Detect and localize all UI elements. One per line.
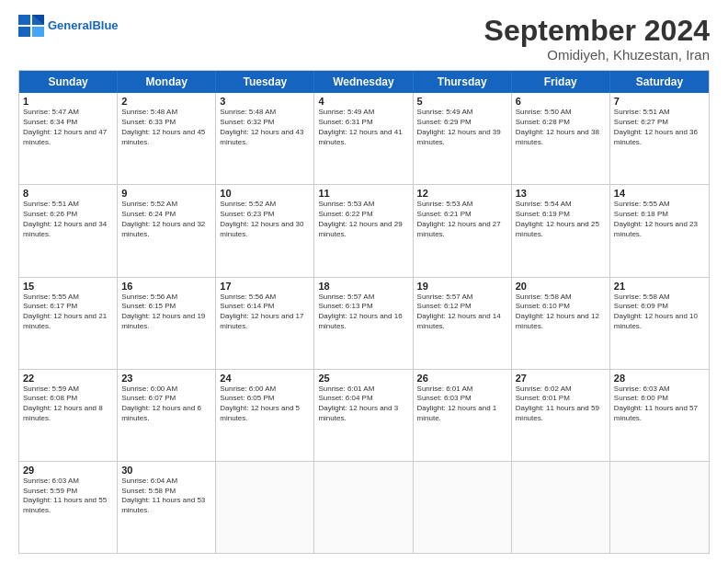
cell-info: Sunrise: 6:03 AMSunset: 6:00 PMDaylight:… bbox=[614, 385, 705, 424]
calendar-week-4: 22Sunrise: 5:59 AMSunset: 6:08 PMDayligh… bbox=[19, 370, 709, 462]
day-number: 13 bbox=[516, 188, 606, 199]
title-block: September 2024 Omidiyeh, Khuzestan, Iran bbox=[484, 15, 710, 63]
cell-info: Sunrise: 5:52 AMSunset: 6:23 PMDaylight:… bbox=[220, 200, 310, 239]
cell-info: Sunrise: 5:47 AMSunset: 6:34 PMDaylight:… bbox=[23, 108, 113, 147]
header: GeneralBlue September 2024 Omidiyeh, Khu… bbox=[18, 15, 710, 63]
cell-info: Sunrise: 5:49 AMSunset: 6:29 PMDaylight:… bbox=[417, 108, 507, 147]
cell-info: Sunrise: 6:02 AMSunset: 6:01 PMDaylight:… bbox=[516, 385, 606, 424]
calendar: Sunday Monday Tuesday Wednesday Thursday… bbox=[18, 70, 710, 554]
day-cell-26: 26Sunrise: 6:01 AMSunset: 6:03 PMDayligh… bbox=[414, 370, 512, 461]
cell-info: Sunrise: 5:53 AMSunset: 6:21 PMDaylight:… bbox=[417, 200, 507, 239]
cell-info: Sunrise: 5:57 AMSunset: 6:12 PMDaylight:… bbox=[417, 293, 507, 332]
day-cell-13: 13Sunrise: 5:54 AMSunset: 6:19 PMDayligh… bbox=[512, 185, 610, 276]
location-subtitle: Omidiyeh, Khuzestan, Iran bbox=[484, 47, 710, 63]
empty-cell bbox=[216, 462, 314, 553]
day-number: 25 bbox=[318, 373, 408, 384]
day-number: 14 bbox=[614, 188, 705, 199]
cell-info: Sunrise: 5:55 AMSunset: 6:18 PMDaylight:… bbox=[614, 200, 705, 239]
page: GeneralBlue September 2024 Omidiyeh, Khu… bbox=[0, 0, 728, 563]
month-title: September 2024 bbox=[484, 15, 710, 47]
empty-cell bbox=[610, 462, 709, 553]
day-cell-5: 5Sunrise: 5:49 AMSunset: 6:29 PMDaylight… bbox=[414, 93, 512, 184]
day-cell-30: 30Sunrise: 6:04 AMSunset: 5:58 PMDayligh… bbox=[118, 462, 216, 553]
day-number: 18 bbox=[318, 281, 408, 292]
day-cell-18: 18Sunrise: 5:57 AMSunset: 6:13 PMDayligh… bbox=[314, 278, 413, 369]
day-cell-8: 8Sunrise: 5:51 AMSunset: 6:26 PMDaylight… bbox=[19, 185, 118, 276]
header-saturday: Saturday bbox=[610, 71, 709, 93]
day-cell-27: 27Sunrise: 6:02 AMSunset: 6:01 PMDayligh… bbox=[512, 370, 610, 461]
calendar-week-5: 29Sunrise: 6:03 AMSunset: 5:59 PMDayligh… bbox=[19, 462, 709, 553]
day-number: 17 bbox=[220, 281, 310, 292]
day-number: 28 bbox=[614, 373, 705, 384]
day-number: 1 bbox=[23, 96, 113, 107]
day-cell-17: 17Sunrise: 5:56 AMSunset: 6:14 PMDayligh… bbox=[216, 278, 314, 369]
day-number: 4 bbox=[318, 96, 408, 107]
cell-info: Sunrise: 5:57 AMSunset: 6:13 PMDaylight:… bbox=[318, 293, 408, 332]
empty-cell bbox=[314, 462, 413, 553]
svg-rect-3 bbox=[32, 27, 44, 37]
cell-info: Sunrise: 5:51 AMSunset: 6:26 PMDaylight:… bbox=[23, 200, 113, 239]
cell-info: Sunrise: 5:56 AMSunset: 6:15 PMDaylight:… bbox=[121, 293, 211, 332]
cell-info: Sunrise: 5:48 AMSunset: 6:33 PMDaylight:… bbox=[121, 108, 211, 147]
cell-info: Sunrise: 5:48 AMSunset: 6:32 PMDaylight:… bbox=[220, 108, 310, 147]
day-cell-6: 6Sunrise: 5:50 AMSunset: 6:28 PMDaylight… bbox=[512, 93, 610, 184]
calendar-week-3: 15Sunrise: 5:55 AMSunset: 6:17 PMDayligh… bbox=[19, 278, 709, 370]
day-cell-15: 15Sunrise: 5:55 AMSunset: 6:17 PMDayligh… bbox=[19, 278, 118, 369]
day-cell-19: 19Sunrise: 5:57 AMSunset: 6:12 PMDayligh… bbox=[414, 278, 512, 369]
day-cell-25: 25Sunrise: 6:01 AMSunset: 6:04 PMDayligh… bbox=[314, 370, 413, 461]
header-sunday: Sunday bbox=[19, 71, 118, 93]
day-cell-24: 24Sunrise: 6:00 AMSunset: 6:05 PMDayligh… bbox=[216, 370, 314, 461]
day-number: 12 bbox=[417, 188, 507, 199]
day-cell-9: 9Sunrise: 5:52 AMSunset: 6:24 PMDaylight… bbox=[118, 185, 216, 276]
day-number: 2 bbox=[121, 96, 211, 107]
cell-info: Sunrise: 5:58 AMSunset: 6:10 PMDaylight:… bbox=[516, 293, 606, 332]
day-number: 5 bbox=[417, 96, 507, 107]
calendar-week-2: 8Sunrise: 5:51 AMSunset: 6:26 PMDaylight… bbox=[19, 185, 709, 277]
header-monday: Monday bbox=[118, 71, 216, 93]
logo-icon bbox=[18, 15, 44, 37]
day-number: 16 bbox=[121, 281, 211, 292]
day-cell-21: 21Sunrise: 5:58 AMSunset: 6:09 PMDayligh… bbox=[610, 278, 709, 369]
day-number: 6 bbox=[516, 96, 606, 107]
day-cell-4: 4Sunrise: 5:49 AMSunset: 6:31 PMDaylight… bbox=[314, 93, 413, 184]
cell-info: Sunrise: 5:49 AMSunset: 6:31 PMDaylight:… bbox=[318, 108, 408, 147]
day-cell-28: 28Sunrise: 6:03 AMSunset: 6:00 PMDayligh… bbox=[610, 370, 709, 461]
cell-info: Sunrise: 6:01 AMSunset: 6:03 PMDaylight:… bbox=[417, 385, 507, 424]
cell-info: Sunrise: 5:51 AMSunset: 6:27 PMDaylight:… bbox=[614, 108, 705, 147]
day-number: 23 bbox=[121, 373, 211, 384]
calendar-body: 1Sunrise: 5:47 AMSunset: 6:34 PMDaylight… bbox=[19, 93, 709, 553]
day-cell-23: 23Sunrise: 6:00 AMSunset: 6:07 PMDayligh… bbox=[118, 370, 216, 461]
cell-info: Sunrise: 5:50 AMSunset: 6:28 PMDaylight:… bbox=[516, 108, 606, 147]
svg-rect-1 bbox=[18, 27, 30, 37]
cell-info: Sunrise: 5:55 AMSunset: 6:17 PMDaylight:… bbox=[23, 293, 113, 332]
day-number: 29 bbox=[23, 465, 113, 476]
day-cell-22: 22Sunrise: 5:59 AMSunset: 6:08 PMDayligh… bbox=[19, 370, 118, 461]
day-number: 24 bbox=[220, 373, 310, 384]
header-thursday: Thursday bbox=[414, 71, 512, 93]
day-cell-7: 7Sunrise: 5:51 AMSunset: 6:27 PMDaylight… bbox=[610, 93, 709, 184]
day-number: 7 bbox=[614, 96, 705, 107]
day-number: 3 bbox=[220, 96, 310, 107]
day-cell-12: 12Sunrise: 5:53 AMSunset: 6:21 PMDayligh… bbox=[414, 185, 512, 276]
day-cell-14: 14Sunrise: 5:55 AMSunset: 6:18 PMDayligh… bbox=[610, 185, 709, 276]
day-cell-2: 2Sunrise: 5:48 AMSunset: 6:33 PMDaylight… bbox=[118, 93, 216, 184]
day-cell-20: 20Sunrise: 5:58 AMSunset: 6:10 PMDayligh… bbox=[512, 278, 610, 369]
day-number: 9 bbox=[121, 188, 211, 199]
cell-info: Sunrise: 5:53 AMSunset: 6:22 PMDaylight:… bbox=[318, 200, 408, 239]
cell-info: Sunrise: 6:04 AMSunset: 5:58 PMDaylight:… bbox=[121, 477, 211, 516]
cell-info: Sunrise: 6:01 AMSunset: 6:04 PMDaylight:… bbox=[318, 385, 408, 424]
day-number: 10 bbox=[220, 188, 310, 199]
day-cell-11: 11Sunrise: 5:53 AMSunset: 6:22 PMDayligh… bbox=[314, 185, 413, 276]
header-tuesday: Tuesday bbox=[216, 71, 314, 93]
cell-info: Sunrise: 5:58 AMSunset: 6:09 PMDaylight:… bbox=[614, 293, 705, 332]
cell-info: Sunrise: 5:56 AMSunset: 6:14 PMDaylight:… bbox=[220, 293, 310, 332]
svg-rect-0 bbox=[18, 15, 30, 25]
cell-info: Sunrise: 5:54 AMSunset: 6:19 PMDaylight:… bbox=[516, 200, 606, 239]
day-cell-10: 10Sunrise: 5:52 AMSunset: 6:23 PMDayligh… bbox=[216, 185, 314, 276]
day-cell-29: 29Sunrise: 6:03 AMSunset: 5:59 PMDayligh… bbox=[19, 462, 118, 553]
empty-cell bbox=[512, 462, 610, 553]
header-wednesday: Wednesday bbox=[314, 71, 413, 93]
day-number: 19 bbox=[417, 281, 507, 292]
day-number: 21 bbox=[614, 281, 705, 292]
calendar-week-1: 1Sunrise: 5:47 AMSunset: 6:34 PMDaylight… bbox=[19, 93, 709, 185]
